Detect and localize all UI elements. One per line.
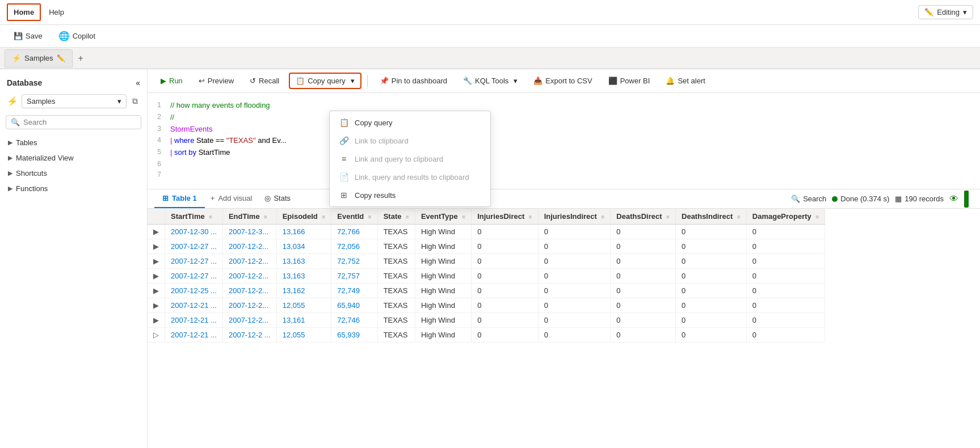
tab-edit-icon[interactable]: ✏️ bbox=[57, 54, 65, 62]
kql-tools-button[interactable]: 🔧 KQL Tools ▾ bbox=[457, 73, 524, 88]
stats-icon: ◎ bbox=[264, 194, 271, 202]
col-starttime[interactable]: StartTime ≡ bbox=[165, 209, 223, 225]
sidebar-item-shortcuts[interactable]: ▶ Shortcuts bbox=[2, 166, 145, 181]
dropdown-copy-results[interactable]: ⊞ Copy results bbox=[330, 186, 490, 204]
dropdown-copy-query[interactable]: 📋 Copy query bbox=[330, 113, 490, 132]
code-line-4: 4 | where State == "TEXAS" and Ev... bbox=[148, 135, 980, 147]
cell-deathsdirect: 0 bbox=[611, 298, 676, 313]
chevron-right-icon: ▶ bbox=[8, 139, 12, 146]
cell-injuriesindirect: 0 bbox=[538, 298, 611, 313]
db-selector-button[interactable]: Samples ▾ bbox=[22, 94, 127, 108]
search-results-button[interactable]: 🔍 Search bbox=[791, 195, 826, 203]
code-editor[interactable]: 1 // how many events of flooding 2 // 3 … bbox=[148, 93, 980, 189]
col-endtime[interactable]: EndTime ≡ bbox=[222, 209, 276, 225]
cell-endtime: 2007-12-2 ... bbox=[222, 328, 276, 343]
cell-state: TEXAS bbox=[377, 269, 415, 284]
cell-expand[interactable]: ▶ bbox=[148, 298, 165, 313]
export-csv-button[interactable]: 📥 Export to CSV bbox=[527, 73, 598, 88]
table-row: ▶2007-12-21 ...2007-12-2...13,16172,746T… bbox=[148, 313, 825, 328]
cell-deathsindirect: 0 bbox=[676, 284, 747, 298]
cell-expand[interactable]: ▶ bbox=[148, 284, 165, 298]
dropdown-link-query-results-clipboard: 📄 Link, query and results to clipboard bbox=[330, 168, 490, 186]
chevron-down-icon: ▾ bbox=[351, 77, 355, 85]
col-eventid[interactable]: EventId ≡ bbox=[331, 209, 377, 225]
sidebar-item-label: Shortcuts bbox=[16, 169, 47, 177]
chevron-right-icon: ▶ bbox=[8, 170, 12, 177]
copilot-icon: 🌐 bbox=[58, 31, 70, 41]
dropdown-item-label: Link and query to clipboard bbox=[355, 155, 443, 163]
cell-injuriesdirect: 0 bbox=[472, 328, 539, 343]
col-injuriesindirect[interactable]: InjuriesIndirect ≡ bbox=[538, 209, 611, 225]
copy-icon: 📋 bbox=[339, 118, 349, 127]
search-box: 🔍 bbox=[6, 115, 141, 129]
set-alert-button[interactable]: 🔔 Set alert bbox=[659, 73, 711, 88]
copy-query-button[interactable]: 📋 Copy query ▾ bbox=[289, 73, 361, 89]
chevron-down-icon: ▾ bbox=[117, 97, 121, 105]
cell-expand[interactable]: ▶ bbox=[148, 313, 165, 328]
cell-injuriesindirect: 0 bbox=[538, 269, 611, 284]
cell-injuriesindirect: 0 bbox=[538, 239, 611, 254]
pin-dashboard-button[interactable]: 📌 Pin to dashboard bbox=[373, 73, 453, 88]
recall-icon: ↺ bbox=[250, 77, 256, 85]
col-eventtype[interactable]: EventType ≡ bbox=[415, 209, 471, 225]
cell-damageproperty: 0 bbox=[746, 328, 825, 343]
tab-table1[interactable]: ⊞ Table 1 bbox=[154, 189, 205, 208]
cell-endtime: 2007-12-2... bbox=[222, 254, 276, 269]
tab-add-visual[interactable]: + Add visual bbox=[205, 191, 258, 207]
cell-expand[interactable]: ▶ bbox=[148, 254, 165, 269]
cell-starttime: 2007-12-25 ... bbox=[165, 284, 223, 298]
power-bi-button[interactable]: ⬛ Power BI bbox=[602, 73, 657, 88]
query-toolbar: ▶ Run ↩ Preview ↺ Recall 📋 Copy query ▾ … bbox=[148, 69, 980, 93]
preview-button[interactable]: ↩ Preview bbox=[192, 73, 240, 88]
col-injuriesdirect[interactable]: InjuriesDirect ≡ bbox=[472, 209, 539, 225]
visibility-toggle[interactable]: 👁 bbox=[949, 194, 958, 204]
search-input[interactable] bbox=[23, 118, 136, 126]
dropdown-item-label: Link, query and results to clipboard bbox=[355, 173, 469, 181]
cell-eventtype: High Wind bbox=[415, 239, 471, 254]
col-deathsdirect[interactable]: DeathsDirect ≡ bbox=[611, 209, 676, 225]
db-copy-icon[interactable]: ⧉ bbox=[130, 94, 140, 108]
cell-injuriesdirect: 0 bbox=[472, 313, 539, 328]
sidebar-item-functions[interactable]: ▶ Functions bbox=[2, 181, 145, 196]
results-table-wrap[interactable]: StartTime ≡ EndTime ≡ EpisodeId ≡ EventI… bbox=[148, 209, 980, 448]
col-state[interactable]: State ≡ bbox=[377, 209, 415, 225]
chevron-down-icon: ▾ bbox=[963, 8, 967, 16]
col-episodeid[interactable]: EpisodeId ≡ bbox=[276, 209, 331, 225]
cell-eventtype: High Wind bbox=[415, 313, 471, 328]
col-deathsindirect[interactable]: DeathsIndirect ≡ bbox=[676, 209, 747, 225]
tab-add-button[interactable]: + bbox=[74, 51, 88, 66]
col-expand bbox=[148, 209, 165, 225]
save-button[interactable]: 💾 Save bbox=[9, 29, 47, 43]
kql-icon: 🔧 bbox=[463, 77, 472, 85]
done-label: Done (0.374 s) bbox=[840, 195, 889, 203]
cell-injuriesindirect: 0 bbox=[538, 284, 611, 298]
cell-injuriesindirect: 0 bbox=[538, 313, 611, 328]
col-damageproperty[interactable]: DamageProperty ≡ bbox=[746, 209, 825, 225]
cell-expand[interactable]: ▶ bbox=[148, 225, 165, 239]
cell-injuriesdirect: 0 bbox=[472, 239, 539, 254]
cell-endtime: 2007-12-2... bbox=[222, 239, 276, 254]
toolbar-divider bbox=[367, 75, 368, 87]
nav-help[interactable]: Help bbox=[43, 5, 70, 20]
cell-starttime: 2007-12-27 ... bbox=[165, 239, 223, 254]
collapse-icon[interactable]: « bbox=[136, 78, 140, 87]
editing-button[interactable]: ✏️ Editing ▾ bbox=[918, 5, 973, 19]
run-button[interactable]: ▶ Run bbox=[154, 73, 189, 88]
records-label: 190 records bbox=[905, 195, 944, 203]
cell-eventid: 72,752 bbox=[331, 254, 377, 269]
sidebar-item-tables[interactable]: ▶ Tables bbox=[2, 135, 145, 150]
tab-samples[interactable]: ⚡ Samples ✏️ bbox=[5, 49, 73, 67]
cell-expand[interactable]: ▷ bbox=[148, 328, 165, 343]
dropdown-item-label: Copy query bbox=[355, 119, 392, 127]
recall-button[interactable]: ↺ Recall bbox=[243, 73, 285, 88]
tab-stats[interactable]: ◎ Stats bbox=[258, 191, 297, 207]
cell-episodeid: 13,163 bbox=[276, 254, 331, 269]
nav-home[interactable]: Home bbox=[7, 3, 41, 21]
cell-expand[interactable]: ▶ bbox=[148, 239, 165, 254]
code-line-2: 2 // bbox=[148, 112, 980, 124]
sidebar-item-materialized-view[interactable]: ▶ Materialized View bbox=[2, 150, 145, 166]
cell-starttime: 2007-12-21 ... bbox=[165, 313, 223, 328]
copilot-button[interactable]: 🌐 Copilot bbox=[54, 28, 100, 44]
cell-eventid: 65,940 bbox=[331, 298, 377, 313]
cell-expand[interactable]: ▶ bbox=[148, 269, 165, 284]
